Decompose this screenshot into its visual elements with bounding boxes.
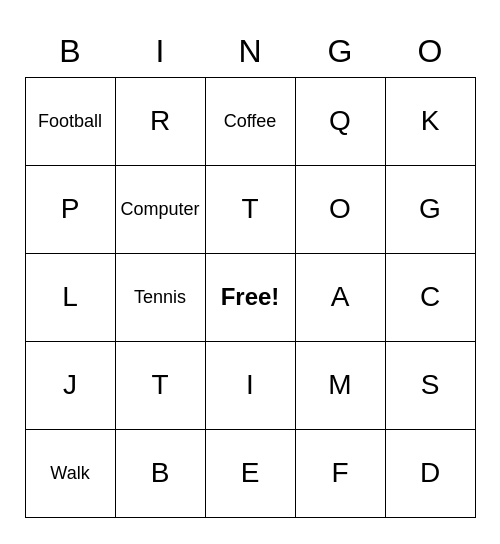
cell-r3-c1[interactable]: T	[116, 342, 206, 430]
cell-r3-c4[interactable]: S	[386, 342, 476, 430]
header-letter-N: N	[205, 27, 295, 77]
cell-r4-c3[interactable]: F	[296, 430, 386, 518]
header-letter-B: B	[25, 27, 115, 77]
cell-r1-c3[interactable]: O	[296, 166, 386, 254]
cell-r0-c1[interactable]: R	[116, 78, 206, 166]
cell-r3-c2[interactable]: I	[206, 342, 296, 430]
cell-r1-c2[interactable]: T	[206, 166, 296, 254]
cell-r4-c0[interactable]: Walk	[26, 430, 116, 518]
cell-r2-c0[interactable]: L	[26, 254, 116, 342]
header-letter-O: O	[385, 27, 475, 77]
cell-r0-c4[interactable]: K	[386, 78, 476, 166]
bingo-card: BINGO FootballRCoffeeQKPComputerTOGLTenn…	[25, 27, 476, 518]
cell-r3-c0[interactable]: J	[26, 342, 116, 430]
bingo-grid: FootballRCoffeeQKPComputerTOGLTennisFree…	[25, 77, 476, 518]
cell-r1-c1[interactable]: Computer	[116, 166, 206, 254]
cell-r0-c2[interactable]: Coffee	[206, 78, 296, 166]
cell-r4-c2[interactable]: E	[206, 430, 296, 518]
cell-r4-c4[interactable]: D	[386, 430, 476, 518]
header-letter-I: I	[115, 27, 205, 77]
header-letter-G: G	[295, 27, 385, 77]
cell-r1-c4[interactable]: G	[386, 166, 476, 254]
bingo-header: BINGO	[25, 27, 475, 77]
cell-r2-c1[interactable]: Tennis	[116, 254, 206, 342]
cell-r4-c1[interactable]: B	[116, 430, 206, 518]
cell-r2-c4[interactable]: C	[386, 254, 476, 342]
cell-r2-c3[interactable]: A	[296, 254, 386, 342]
cell-r1-c0[interactable]: P	[26, 166, 116, 254]
cell-r0-c3[interactable]: Q	[296, 78, 386, 166]
cell-r2-c2[interactable]: Free!	[206, 254, 296, 342]
cell-r0-c0[interactable]: Football	[26, 78, 116, 166]
cell-r3-c3[interactable]: M	[296, 342, 386, 430]
